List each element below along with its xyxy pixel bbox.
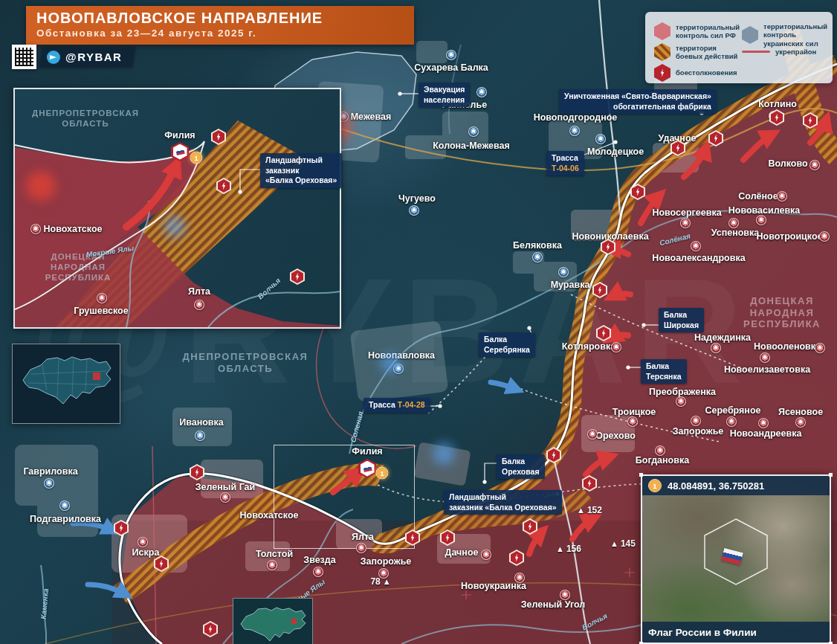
clash-icon	[190, 464, 204, 480]
place-marker	[44, 478, 54, 489]
photo-badge: 1	[648, 479, 662, 492]
place-marker	[313, 567, 323, 577]
place-marker	[728, 218, 739, 228]
place-label: Новоалександровка	[652, 253, 745, 263]
title-banner: НОВОПАВЛОВСКОЕ НАПРАВЛЕНИЕ Обстановка за…	[26, 6, 414, 45]
place-marker	[569, 126, 580, 136]
callout-box: БалкаТерсянка	[641, 359, 687, 384]
place-marker	[532, 252, 543, 263]
place-marker	[758, 418, 769, 428]
callout-box: Трасса Т-04-28	[363, 398, 430, 413]
place-label: Сухарева Балка	[414, 62, 488, 73]
legend-panel: территориальный контроль сил РФ территор…	[645, 12, 833, 83]
clash-icon	[509, 550, 524, 566]
place-marker	[560, 590, 570, 600]
river-label: Соленая	[349, 410, 365, 443]
photo-coordinates: 48.084891, 36.750281	[668, 480, 764, 492]
photo-inset: 1 48.084891, 36.750281 Флаг России в Фил…	[641, 474, 831, 644]
river-label: Волчья	[256, 277, 282, 301]
place-marker	[680, 218, 691, 228]
place-marker	[711, 343, 721, 353]
place-label: Новотроицкое	[757, 231, 823, 242]
map-subtitle: Обстановка за 23—24 августа 2025 г.	[36, 28, 404, 39]
callout-box: БалкаШирокая	[659, 308, 704, 332]
place-marker	[611, 342, 621, 352]
channel-name: @RYBAR	[65, 51, 122, 63]
place-marker	[138, 537, 148, 547]
place-label: Запорожье	[673, 426, 724, 437]
place-marker	[220, 492, 230, 503]
photo-coords-bar: 1 48.084891, 36.750281	[642, 476, 830, 495]
callout-box: Уничтоженная «Свято-Варваринская»обогати…	[559, 89, 717, 114]
clash-icon	[523, 518, 537, 535]
place-marker	[267, 560, 277, 570]
clash-icon	[216, 178, 231, 194]
place-marker	[815, 343, 825, 353]
glow-marker	[433, 442, 455, 465]
place-label: Серебряное	[705, 405, 760, 416]
place-label: Троицкое	[613, 407, 656, 417]
place-label: Новоелизаветовка	[724, 364, 810, 375]
numbered-badge: 1	[190, 152, 203, 164]
callout-box: БалкаСеребрянка	[479, 332, 535, 357]
place-label: Межевая	[351, 112, 392, 122]
fortified-line-icon	[742, 51, 770, 53]
place-marker	[409, 205, 419, 216]
place-label: Ясеновое	[778, 407, 823, 417]
photo-image	[642, 476, 830, 643]
place-marker	[195, 431, 205, 441]
glow-marker	[381, 353, 400, 373]
place-label: Успеновка	[711, 228, 760, 238]
callout-box: Ландшафтныйзаказник«Балка Ореховая»	[260, 153, 342, 188]
glow-marker	[164, 216, 185, 237]
place-label: Чугуево	[398, 193, 436, 204]
place-marker	[595, 134, 606, 144]
inset-labels: ДНЕПРОПЕТРОВСКАЯ ОБЛАСТЬДОНЕЦКАЯ НАРОДНА…	[15, 89, 340, 327]
place-marker	[676, 396, 686, 407]
place-marker	[30, 224, 41, 234]
callout-box: Ландшафтныйзаказник «Балка Ореховая»	[444, 490, 562, 515]
place-marker	[356, 543, 366, 553]
place-label: Молодецкое	[587, 146, 644, 157]
place-marker	[756, 215, 766, 225]
place-label: Зеленый Гай	[195, 482, 255, 492]
region-label: ДНЕПРОПЕТРОВСКАЯ ОБЛАСТЬ	[183, 351, 308, 374]
callout-box: Эвакуациянаселения	[418, 83, 470, 107]
place-marker	[655, 445, 665, 456]
qr-code	[12, 45, 36, 69]
place-marker	[587, 429, 598, 439]
place-marker	[777, 191, 787, 202]
place-label: Грушевское	[74, 306, 128, 316]
place-marker	[446, 50, 456, 60]
place-label: Преображенка	[649, 387, 716, 397]
place-marker	[691, 241, 701, 251]
river-label: Мокрые Ялы	[85, 244, 134, 259]
place-label: Филия	[352, 446, 382, 457]
place-label: Ялта	[352, 532, 374, 542]
clash-icon	[708, 130, 723, 146]
clash-icon	[803, 112, 818, 129]
place-marker	[194, 300, 204, 310]
clash-icon	[211, 129, 226, 145]
place-label: Надеждинка	[694, 332, 751, 343]
flag-marker	[171, 142, 189, 161]
place-marker	[627, 416, 638, 427]
place-marker	[468, 126, 479, 137]
place-label: Подгавриловка	[30, 514, 101, 524]
place-marker	[691, 416, 701, 426]
clashes-icon	[654, 64, 670, 82]
place-label: Звезда	[303, 555, 335, 565]
clash-icon	[630, 184, 645, 200]
place-marker	[97, 293, 107, 303]
map-title: НОВОПАВЛОВСКОЕ НАПРАВЛЕНИЕ	[36, 10, 404, 27]
place-label: Богдановка	[636, 455, 689, 466]
place-label: Новохатское	[240, 510, 299, 521]
clash-icon	[582, 475, 597, 492]
legend-item-fortified: укрепрайон	[742, 48, 837, 56]
place-label: Новопавловка	[368, 350, 435, 361]
place-label: Толстой	[256, 549, 293, 559]
place-label: Дачное	[445, 547, 479, 558]
legend-item-clashes: боестолкновения	[654, 64, 744, 82]
place-label: Новохатское	[44, 224, 103, 234]
combat-zone-icon	[654, 43, 670, 61]
